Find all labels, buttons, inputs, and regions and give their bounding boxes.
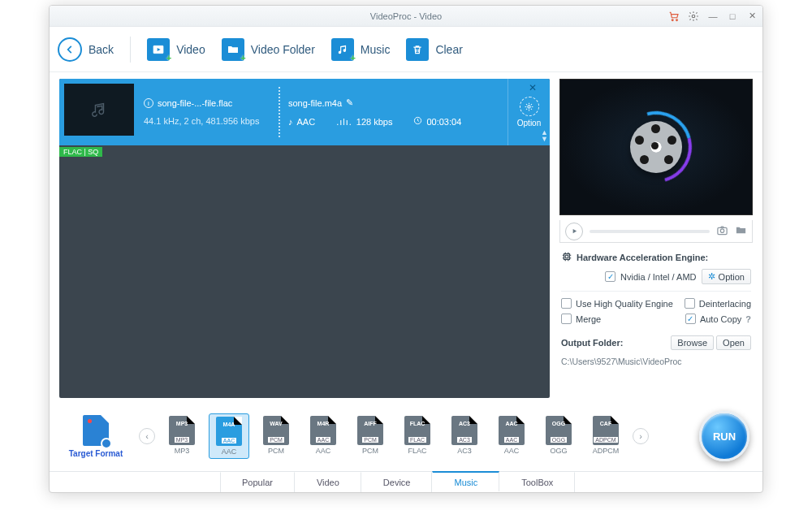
settings-icon[interactable] [688, 11, 699, 22]
formats-prev-button[interactable]: ‹ [139, 428, 155, 444]
format-m4a[interactable]: M4AAACAAC [209, 413, 249, 459]
category-tab-toolbox[interactable]: ToolBox [499, 472, 575, 492]
format-ac3[interactable]: AC3AC3AC3 [444, 413, 485, 459]
music-icon: + [331, 38, 354, 61]
snapshot-icon[interactable] [716, 224, 728, 239]
window-title: VideoProc - Video [370, 11, 442, 21]
svg-point-0 [672, 19, 673, 20]
format-icon: CAFADPCM [593, 416, 619, 445]
format-strip: Target Format ‹ MP3MP3MP3M4AAACAACWAVPCM… [50, 398, 762, 471]
minimize-icon[interactable]: — [707, 11, 719, 22]
item-close-icon[interactable]: ✕ [529, 82, 537, 93]
format-wav[interactable]: WAVPCMPCM [256, 413, 296, 459]
svg-rect-10 [565, 255, 568, 258]
format-label: AAC [504, 447, 520, 455]
autocopy-help-icon[interactable]: ? [745, 314, 751, 324]
open-button[interactable]: Open [716, 335, 751, 350]
format-label: FLAC [408, 447, 426, 455]
videoproc-logo-icon [624, 115, 689, 179]
svg-point-8 [720, 228, 723, 231]
format-flac[interactable]: FLACFLACFLAC [397, 413, 438, 459]
back-icon [58, 37, 82, 62]
output-folder-label: Output Folder: [561, 338, 623, 348]
target-format-button[interactable]: Target Format [59, 415, 132, 458]
format-ogg[interactable]: OGGOGGOGG [538, 413, 579, 459]
toolbar: Back + Video + Video Folder + Music Clea… [50, 27, 762, 72]
add-video-button[interactable]: + Video [147, 38, 205, 61]
target-format-label: Target Format [69, 449, 123, 458]
clock-icon [413, 116, 422, 127]
category-tab-music[interactable]: Music [432, 471, 499, 491]
format-icon: M4AAAC [216, 417, 242, 446]
clear-button[interactable]: Clear [406, 38, 462, 61]
format-aac[interactable]: AACAACAAC [491, 413, 532, 459]
format-icon: AIFFPCM [357, 416, 383, 445]
gear-icon: ✲ [708, 271, 715, 282]
preview-area [559, 79, 753, 215]
format-label: OGG [550, 447, 567, 455]
back-button[interactable]: Back [58, 37, 114, 62]
format-label: AAC [222, 448, 237, 456]
output-bitrate: 128 kbps [356, 117, 393, 127]
hq-label: Use High Quality Engine [576, 299, 673, 309]
formats-next-button[interactable]: › [633, 428, 649, 444]
format-label: ADPCM [593, 447, 620, 455]
play-button[interactable] [565, 223, 583, 240]
run-button[interactable]: RUN [699, 411, 749, 461]
merge-checkbox[interactable] [561, 314, 572, 324]
svg-point-1 [676, 19, 678, 20]
video-icon: + [147, 38, 170, 61]
output-filename: song-file.m4a [288, 98, 342, 108]
format-aiff[interactable]: AIFFPCMPCM [350, 413, 391, 459]
hw-vendor-label: Nvidia / Intel / AMD [620, 272, 697, 282]
browse-button[interactable]: Browse [671, 335, 714, 350]
format-label: AAC [316, 447, 331, 455]
hw-option-button[interactable]: ✲Option [702, 269, 751, 284]
edit-name-icon[interactable]: ✎ [346, 97, 353, 108]
source-spec: 44.1 kHz, 2 ch, 481.956 kbps [144, 116, 272, 126]
back-label: Back [89, 43, 114, 56]
svg-rect-9 [564, 254, 570, 260]
video-folder-label: Video Folder [251, 43, 315, 56]
format-icon: AACAAC [499, 416, 525, 445]
category-tab-device[interactable]: Device [361, 472, 433, 492]
svg-point-6 [528, 105, 530, 107]
autocopy-checkbox[interactable] [685, 314, 696, 324]
category-tab-popular[interactable]: Popular [220, 472, 295, 492]
format-m4r[interactable]: M4RAACAAC [303, 413, 343, 459]
open-folder-icon[interactable] [735, 224, 747, 239]
video-label: Video [176, 43, 205, 56]
format-icon: WAVPCM [263, 416, 289, 445]
format-caf[interactable]: CAFADPCMADPCM [585, 413, 626, 459]
add-music-button[interactable]: + Music [331, 38, 391, 61]
source-filename: song-file-...-file.flac [158, 98, 232, 108]
category-tab-video[interactable]: Video [295, 472, 361, 492]
svg-point-2 [692, 15, 695, 18]
item-reorder-spinner[interactable]: ▲▼ [541, 129, 548, 142]
queue-item[interactable]: FLAC | SQ isong-file-...-file.flac 44.1 … [59, 79, 550, 145]
thumb-badge: FLAC | SQ [59, 147, 102, 157]
info-icon: i [144, 98, 153, 108]
hq-checkbox[interactable] [561, 298, 572, 309]
close-icon[interactable]: ✕ [746, 11, 758, 22]
option-label: Option [517, 119, 541, 128]
format-mp3[interactable]: MP3MP3MP3 [162, 413, 202, 459]
item-thumbnail [64, 84, 134, 136]
queue-panel: FLAC | SQ isong-file-...-file.flac 44.1 … [59, 79, 550, 398]
merge-label: Merge [576, 314, 601, 324]
codec-gear-icon [520, 97, 539, 116]
hw-vendor-checkbox[interactable] [605, 271, 615, 282]
trash-icon [406, 38, 429, 61]
category-tabs: PopularVideoDeviceMusicToolBox [50, 471, 762, 492]
music-label: Music [361, 43, 391, 56]
titlebar: VideoProc - Video — □ ✕ [50, 6, 762, 27]
format-icon: OGGOGG [546, 416, 572, 445]
maximize-icon[interactable]: □ [727, 11, 738, 22]
deinterlacing-checkbox[interactable] [685, 298, 695, 309]
progress-track[interactable] [590, 230, 710, 233]
format-label: PCM [362, 447, 378, 455]
output-duration: 00:03:04 [426, 117, 461, 127]
clear-label: Clear [435, 43, 462, 56]
add-video-folder-button[interactable]: + Video Folder [222, 38, 315, 61]
cart-icon[interactable] [668, 11, 680, 22]
